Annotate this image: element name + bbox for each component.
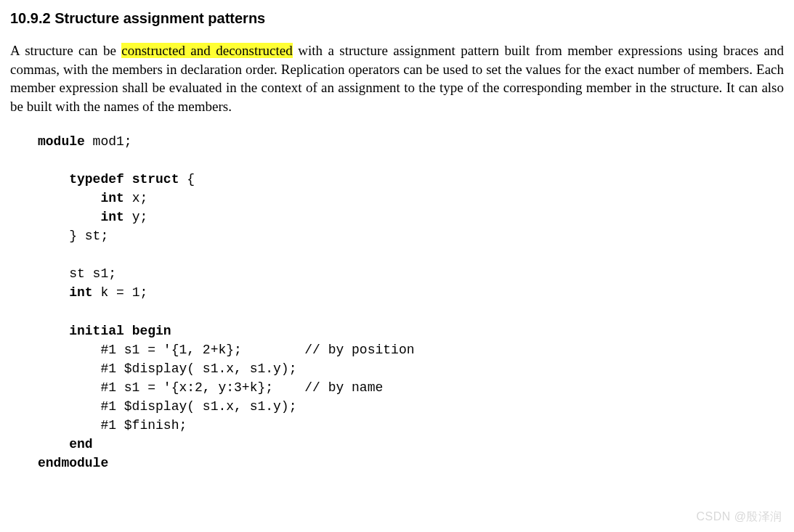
code-text	[38, 437, 69, 451]
code-text: #1 $display( s1.x, s1.y);	[38, 361, 296, 376]
code-text: #1 $finish;	[38, 418, 187, 433]
code-block: module mod1; typedef struct { int x; int…	[38, 132, 784, 473]
code-text: x;	[124, 191, 147, 205]
kw-typedef-struct: typedef struct	[69, 172, 179, 187]
body-paragraph: A structure can be constructed and decon…	[10, 41, 784, 116]
kw-end: end	[69, 437, 92, 451]
code-text: st s1;	[38, 266, 116, 281]
code-text	[38, 210, 100, 224]
code-text	[38, 285, 69, 300]
para-pre: A structure can be	[10, 43, 121, 58]
kw-initial-begin: initial begin	[69, 324, 171, 338]
kw-int: int	[100, 210, 123, 224]
code-text: #1 s1 = '{x:2, y:3+k}; // by name	[38, 380, 383, 395]
code-text: mod1;	[85, 134, 132, 149]
code-text: y;	[124, 210, 147, 224]
kw-module: module	[38, 134, 85, 149]
code-text: #1 $display( s1.x, s1.y);	[38, 399, 296, 414]
code-text	[38, 172, 69, 187]
kw-int: int	[69, 285, 92, 300]
section-heading: 10.9.2 Structure assignment patterns	[10, 9, 784, 28]
code-text: } st;	[38, 229, 108, 243]
code-text: {	[179, 172, 195, 187]
kw-endmodule: endmodule	[38, 456, 108, 470]
highlighted-text: constructed and deconstructed	[121, 43, 292, 58]
code-text	[38, 191, 100, 205]
code-text: #1 s1 = '{1, 2+k}; // by position	[38, 343, 414, 357]
code-text: k = 1;	[93, 285, 148, 300]
kw-int: int	[100, 191, 123, 205]
code-text	[38, 324, 69, 338]
